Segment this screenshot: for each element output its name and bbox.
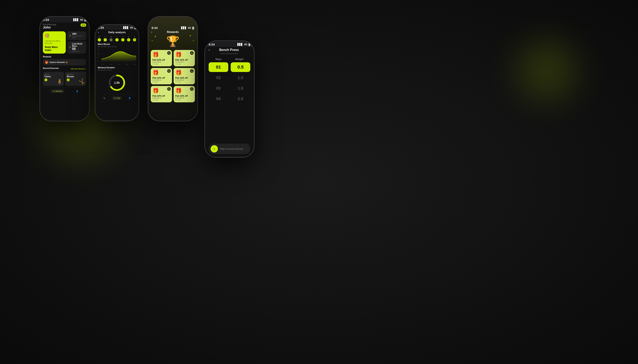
rewards-grid: 🎁 M Flat 12% off Muscleblaze ⏱ 2d left 🎁… — [148, 50, 197, 102]
battery-icon-4: ▓ — [249, 43, 250, 46]
one-rm-icon: ↺ — [69, 34, 71, 37]
reward-card-2[interactable]: 🎁 M Flat 12% off Muscleblaze ⏱ 2d left — [174, 50, 195, 66]
day-dot-sunday[interactable]: ✓ — [133, 38, 136, 42]
reps-value-04[interactable]: 04 — [209, 94, 228, 104]
bmi-title: Body Mass Index — [45, 46, 64, 52]
chevron-right-icon: › — [84, 61, 84, 64]
workout-card-label-chest: Hit the — [45, 74, 62, 75]
reps-picker: 01 02 03 04 — [209, 62, 228, 139]
weight-value-15[interactable]: 1.5 — [231, 83, 250, 93]
rewards-section-title: Rewards — [43, 56, 86, 58]
bmi-card[interactable]: 🎯 Calculate your BMI to know your Body M… — [43, 31, 66, 54]
reward-logo-6: M — [190, 87, 194, 91]
signal-icon-4: ▋▋▋ — [237, 43, 243, 46]
reps-value-03[interactable]: 03 — [209, 83, 228, 93]
rewards-background: 8:34 ▋▋▋ 4G ▓ ‹ Rewards ✦ ✦ ✧ ✧ 🏆 — [148, 17, 197, 121]
signal-icon-3: ▋▋▋ — [181, 26, 187, 29]
reward-brand-6: Muscleblaze — [175, 97, 193, 99]
day-sunday: S ✓ — [133, 36, 136, 42]
reps-weight-header: Reps Weight — [209, 58, 250, 61]
phone-2-screen: 8:34 ▋▋▋ 4G ▓ ‹ Daily analysis M ✓ T — [95, 25, 139, 121]
time-4: 8:34 — [209, 43, 215, 46]
rewards-banner[interactable]: 🎁 Explore Rewards! 🎉 › — [43, 59, 86, 66]
add-chest-button[interactable]: + — [45, 78, 47, 81]
exercise-picker: 01 02 03 04 0.5 1.0 1.5 2.0 — [209, 62, 250, 139]
reward-logo-1: M — [167, 51, 171, 55]
add-biceps-button[interactable]: + — [67, 78, 70, 81]
reward-discount-1: Flat 12% off — [152, 59, 170, 61]
weight-picker: 0.5 1.0 1.5 2.0 — [231, 62, 250, 139]
one-rm-text: 1RM Calculate your 1RM — [72, 33, 84, 38]
network-icon-3: 4G — [188, 26, 191, 29]
mass-moved-section: Mass Moved Min and Max mass moved 20 12 … — [98, 43, 136, 65]
mass-moved-title: Mass Moved — [98, 43, 136, 45]
phone-1-content: Good Morning, John 2 ↻ 🎯 Calculate your … — [40, 22, 89, 121]
workout-nav-label: Workout — [55, 90, 62, 92]
reps-label: Reps — [216, 58, 221, 61]
reward-card-6[interactable]: 🎁 M Flat 12% off Muscleblaze ⏱ 2d left — [174, 86, 195, 102]
slide-to-record-button[interactable]: › Slide to record exercise — [209, 144, 250, 154]
one-rm-card[interactable]: ↺ 1RM Calculate your 1RM — [67, 31, 86, 40]
workout-duration-section: Workout Duration Mentioned in hours 1.5h — [98, 66, 136, 93]
workout-card-label-biceps: Explosive — [67, 74, 85, 75]
user-name: John — [43, 26, 56, 29]
lean-body-card[interactable]: ↺ Lean Body Mass 08 Last Result — [67, 41, 86, 54]
sparkle-icon-3: ✧ — [151, 39, 153, 42]
day-dot-friday[interactable]: ✓ — [121, 38, 125, 42]
time-1: 8:34 — [43, 18, 49, 22]
record-exercise-header: Record Exercise Add Own Workout + — [43, 67, 86, 70]
reward-card-3[interactable]: 🎁 M Flat 12% off Muscleblaze ⏱ 2d left — [151, 68, 172, 84]
day-dot-tuesday[interactable]: ✓ — [104, 38, 107, 42]
back-button-3[interactable]: ‹ — [151, 30, 152, 34]
notification-badge[interactable]: 2 ↻ — [81, 24, 86, 27]
day-dot-monday[interactable]: ✓ — [98, 38, 101, 42]
bench-press-subtitle: Enter Exercise Name — [209, 52, 250, 54]
reward-card-5[interactable]: 🎁 M Flat 12% off Muscleblaze ⏱ 2d left — [151, 86, 172, 102]
day-dot-saturday[interactable]: ✓ — [127, 38, 130, 42]
bench-press-header: ‹ Bench Press — [209, 48, 250, 52]
workout-card-biceps[interactable]: Explosive Biceps + 🤸 — [65, 72, 86, 86]
daily-analysis-title: Daily analysis — [108, 31, 126, 34]
back-button-4[interactable]: ‹ — [209, 48, 210, 52]
chart-y-5: 5 — [98, 61, 99, 62]
reward-timer-5: ⏱ 2d left — [152, 99, 170, 101]
workout-card-chest[interactable]: Hit the Chest + 🧍 — [43, 72, 64, 86]
reps-value-01[interactable]: 01 — [209, 62, 228, 72]
chart-x-3: 12:24 — [117, 64, 120, 65]
weight-value-20[interactable]: 2.0 — [231, 94, 250, 104]
profile-icon-2: 👤 — [129, 97, 131, 99]
nav-profile[interactable]: 👤 — [76, 90, 78, 92]
gift-icon: 🎁 — [45, 61, 48, 64]
phone-4: 8:34 ▋▋▋ 4G ▓ ‹ Bench Press Enter Exerci… — [204, 40, 255, 158]
reward-card-4[interactable]: 🎁 M Flat 12% off Muscleblaze ⏱ 2d left — [174, 68, 195, 84]
trophy-section: ✦ ✦ ✧ ✧ 🏆 — [148, 35, 197, 48]
chart-x-2: 12:24 — [109, 64, 112, 65]
reward-brand-2: Muscleblaze — [175, 61, 193, 63]
rewards-page-title: Rewards — [167, 30, 179, 34]
weight-value-05[interactable]: 0.5 — [231, 62, 250, 72]
day-saturday: S ✓ — [127, 36, 130, 42]
sparkle-icon-4: ✧ — [192, 39, 195, 42]
nav-workout[interactable]: ↺ Workout — [51, 90, 64, 93]
add-workout-button[interactable]: Add Own Workout + — [71, 68, 86, 70]
nav-log-icon[interactable]: 📎 — [103, 97, 106, 99]
day-dot-wednesday[interactable]: ● — [110, 38, 113, 42]
reps-value-02[interactable]: 02 — [209, 73, 228, 82]
reward-logo-4: M — [190, 69, 194, 73]
reward-card-1[interactable]: 🎁 M Flat 12% off Muscleblaze ⏱ 2d left — [151, 50, 172, 66]
good-morning-label: Good Morning, — [43, 24, 56, 26]
mass-chart: 20 12 8 5 — [98, 49, 136, 65]
phone-3-screen: 8:34 ▋▋▋ 4G ▓ ‹ Rewards ✦ ✦ ✧ ✧ 🏆 — [148, 17, 197, 121]
nav-profile-2[interactable]: 👤 — [129, 97, 131, 99]
nav-log[interactable]: ↻ Log — [112, 96, 122, 100]
bmi-icon: 🎯 — [45, 33, 49, 38]
sparkle-icon-1: ✦ — [154, 35, 156, 38]
reward-logo-5: M — [167, 87, 171, 91]
weight-value-10[interactable]: 1.0 — [231, 73, 250, 82]
clock-icon-2: ⏱ — [175, 63, 177, 65]
reward-timer-1: ⏱ 2d left — [152, 63, 170, 65]
day-dot-thursday[interactable]: ✓ — [115, 38, 119, 42]
back-button-2[interactable]: ‹ — [98, 31, 99, 34]
day-monday: M ✓ — [98, 36, 101, 42]
network-icon-2: 4G — [130, 26, 133, 29]
